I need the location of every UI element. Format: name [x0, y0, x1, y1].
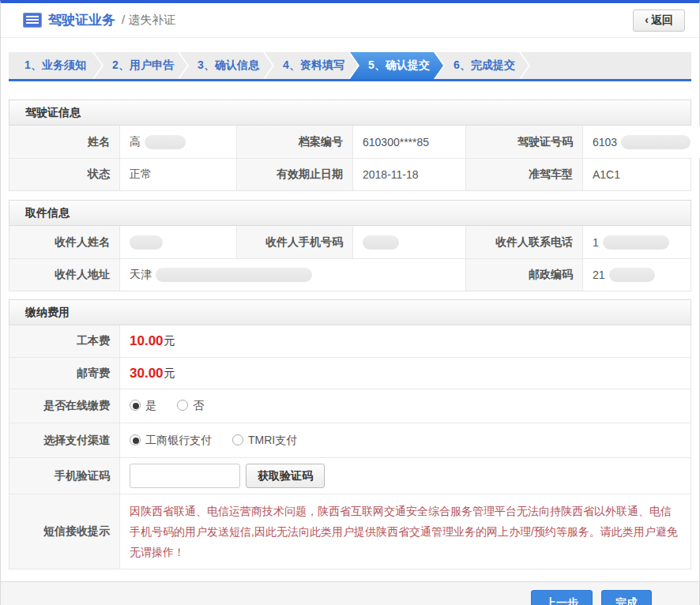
- vehicle-class-label: 准驾车型: [466, 159, 583, 190]
- postage-fee-value: 30.00元: [120, 358, 691, 389]
- sms-notice-text: 因陕西省联通、电信运营商技术问题，陕西省互联网交通安全综合服务管理平台无法向持陕…: [120, 494, 691, 569]
- pickup-info-section: 取件信息 收件人姓名 收件人手机号码 收件人联系电话 1 收件人地址 天津 邮政…: [9, 200, 691, 291]
- chevron-left-icon: ‹: [645, 13, 649, 26]
- previous-step-button[interactable]: 上一步: [531, 590, 593, 605]
- radio-checked-icon[interactable]: [130, 434, 141, 445]
- recipient-phone-value: 1: [583, 226, 691, 258]
- tab-step-3[interactable]: 3、确认信息: [179, 52, 273, 79]
- expiry-value: 2018-11-18: [353, 159, 466, 190]
- license-no-label: 驾驶证号码: [466, 126, 583, 158]
- redacted-value: [609, 268, 655, 282]
- payment-section: 缴纳费用 工本费 10.00元 邮寄费 30.00元 是否在线缴费 是 否 选择…: [9, 299, 691, 569]
- redacted-value: [156, 268, 312, 282]
- redacted-value: [130, 235, 163, 250]
- recipient-mobile-value: [353, 226, 466, 258]
- online-pay-options: 是 否: [120, 389, 691, 423]
- file-no-value: 610300****85: [353, 126, 466, 158]
- tab-step-5-active[interactable]: 5、确认提交: [350, 52, 443, 79]
- page-title: 驾驶证业务: [48, 11, 115, 29]
- tab-step-6[interactable]: 6、完成提交: [435, 52, 529, 79]
- sms-code-input[interactable]: [130, 464, 240, 488]
- page-container: 驾驶证业务 / 遗失补证 ‹返回 1、业务须知 2、用户申告 3、确认信息 4、…: [0, 0, 700, 605]
- redacted-value: [603, 235, 669, 250]
- license-no-value: 6103: [583, 126, 700, 158]
- pickup-section-title: 取件信息: [9, 200, 691, 226]
- redacted-value: [621, 135, 691, 149]
- page-header: 驾驶证业务 / 遗失补证 ‹返回: [1, 3, 699, 38]
- radio-unchecked-icon[interactable]: [177, 400, 188, 411]
- file-no-label: 档案编号: [237, 126, 353, 158]
- pay-channel-icbc-label: 工商银行支付: [145, 434, 212, 446]
- table-row: 姓名 高 档案编号 610300****85 驾驶证号码 6103: [9, 126, 691, 158]
- pay-channel-tmri-option[interactable]: TMRI支付: [232, 434, 297, 448]
- radio-checked-icon[interactable]: [130, 400, 141, 411]
- cost-fee-value: 10.00元: [120, 325, 691, 357]
- sms-code-field-group: 获取验证码: [120, 458, 691, 494]
- status-value: 正常: [120, 159, 237, 190]
- name-label: 姓名: [9, 126, 120, 158]
- sms-code-label: 手机验证码: [9, 458, 120, 494]
- table-row: 短信接收提示 因陕西省联通、电信运营商技术问题，陕西省互联网交通安全综合服务管理…: [9, 494, 691, 569]
- postcode-value: 21: [583, 259, 691, 291]
- license-info-section: 驾驶证信息 姓名 高 档案编号 610300****85 驾驶证号码 6103 …: [9, 100, 691, 191]
- status-label: 状态: [9, 159, 120, 190]
- expiry-label: 有效期止日期: [237, 159, 353, 190]
- cost-fee-label: 工本费: [9, 325, 120, 357]
- breadcrumb: / 遗失补证: [122, 13, 175, 28]
- table-row: 是否在线缴费 是 否: [9, 389, 691, 423]
- postage-fee-label: 邮寄费: [9, 358, 120, 389]
- recipient-address-value: 天津: [120, 259, 466, 291]
- table-row: 状态 正常 有效期止日期 2018-11-18 准驾车型 A1C1: [9, 158, 691, 190]
- license-section-title: 驾驶证信息: [9, 100, 691, 126]
- tab-filler: [521, 52, 691, 79]
- recipient-phone-label: 收件人联系电话: [466, 226, 583, 258]
- get-code-button[interactable]: 获取验证码: [246, 464, 325, 488]
- pay-channel-options: 工商银行支付 TMRI支付: [120, 423, 691, 457]
- footer-action-bar: 上一步 完成: [1, 581, 699, 605]
- online-pay-no-label: 否: [193, 399, 204, 411]
- pay-channel-tmri-label: TMRI支付: [248, 434, 297, 446]
- radio-unchecked-icon[interactable]: [232, 434, 243, 445]
- vehicle-class-value: A1C1: [583, 159, 691, 190]
- tab-step-1[interactable]: 1、业务须知: [9, 52, 102, 79]
- sms-notice-label: 短信接收提示: [9, 494, 120, 569]
- pay-channel-label: 选择支付渠道: [9, 423, 120, 457]
- table-row: 邮寄费 30.00元: [9, 357, 691, 389]
- payment-section-title: 缴纳费用: [9, 299, 691, 325]
- postcode-label: 邮政编码: [466, 259, 583, 291]
- table-row: 手机验证码 获取验证码: [9, 457, 691, 494]
- pay-channel-icbc-option[interactable]: 工商银行支付: [130, 434, 212, 448]
- step-tabs-bar: 1、业务须知 2、用户申告 3、确认信息 4、资料填写 5、确认提交 6、完成提…: [9, 52, 691, 81]
- table-row: 工本费 10.00元: [9, 325, 691, 357]
- online-pay-label: 是否在线缴费: [9, 389, 120, 423]
- table-row: 选择支付渠道 工商银行支付 TMRI支付: [9, 423, 691, 457]
- finish-button[interactable]: 完成: [601, 590, 652, 605]
- table-row: 收件人姓名 收件人手机号码 收件人联系电话 1: [9, 226, 691, 258]
- license-card-icon: [23, 13, 42, 28]
- recipient-mobile-label: 收件人手机号码: [237, 226, 353, 258]
- back-button[interactable]: ‹返回: [633, 9, 685, 32]
- online-pay-yes-label: 是: [145, 399, 156, 411]
- recipient-name-value: [120, 226, 237, 258]
- redacted-value: [145, 135, 186, 149]
- sms-notice-cell: 因陕西省联通、电信运营商技术问题，陕西省互联网交通安全综合服务管理平台无法向持陕…: [120, 494, 691, 569]
- tab-step-2[interactable]: 2、用户申告: [94, 52, 187, 79]
- recipient-address-label: 收件人地址: [9, 259, 120, 291]
- back-button-label: 返回: [651, 13, 673, 26]
- online-pay-no-option[interactable]: 否: [177, 399, 204, 413]
- redacted-value: [363, 235, 399, 250]
- table-row: 收件人地址 天津 邮政编码 21: [9, 258, 691, 291]
- tab-step-4[interactable]: 4、资料填写: [265, 52, 358, 79]
- online-pay-yes-option[interactable]: 是: [130, 399, 156, 413]
- name-value: 高: [120, 126, 237, 158]
- recipient-name-label: 收件人姓名: [9, 226, 120, 258]
